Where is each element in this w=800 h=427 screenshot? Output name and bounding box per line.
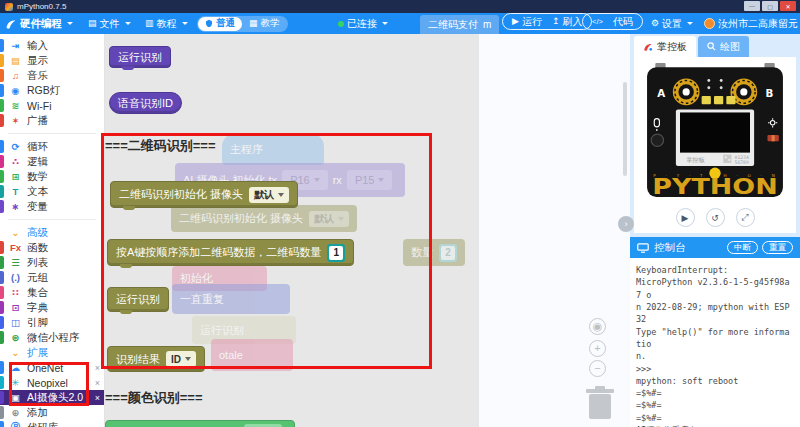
maximize-button[interactable]: ▢	[762, 1, 778, 11]
category-color-strip	[0, 185, 4, 198]
zoom-out-button[interactable]: −	[589, 360, 606, 377]
input-icon: ⇥	[9, 40, 22, 51]
toggle-normal-mode[interactable]: 普通	[198, 17, 242, 31]
ghost-block-forever: 一直重复	[172, 284, 290, 314]
sidebar-item-onenet[interactable]: ☁OneNet×	[0, 360, 104, 375]
sidebar-item-label: 函数	[27, 241, 104, 255]
sidebar-item-function[interactable]: Fx函数	[0, 240, 104, 255]
block-label: rx	[333, 174, 342, 186]
close-icon[interactable]: ×	[95, 378, 100, 388]
category-color-strip	[0, 286, 4, 299]
tab-board[interactable]: 掌控板	[634, 36, 696, 57]
board-play-button[interactable]: ▶	[676, 208, 695, 227]
run-button[interactable]: ▶ 运行	[512, 15, 542, 29]
workspace-center-button[interactable]: ◉	[589, 318, 606, 335]
flash-button[interactable]: ↥ 刷入	[552, 15, 583, 29]
trash-icon[interactable]	[585, 385, 615, 425]
menu-tutorial[interactable]: ▥ 教程	[145, 13, 188, 34]
sidebar-item-wifi[interactable]: ≋Wi-Fi	[0, 98, 104, 113]
sidebar-item-advanced[interactable]: ⌄高级	[0, 225, 104, 240]
sidebar-item-extensions[interactable]: ⌄扩展	[0, 345, 104, 360]
console-output[interactable]: KeyboardInterrupt:MicroPython v2.3.6-1-5…	[630, 258, 800, 427]
settings-button[interactable]: ⚙ 设置	[651, 13, 693, 34]
variable-icon: ∗	[9, 201, 22, 212]
sidebar-item-wechat-miniprogram[interactable]: ⊛微信小程序	[0, 330, 104, 345]
console-reset-button[interactable]: 重置	[762, 241, 793, 254]
ghost-block-qr-qty: 数量 2	[403, 239, 465, 266]
result-dropdown[interactable]: ID	[166, 351, 196, 367]
zoom-in-button[interactable]: +	[589, 340, 606, 357]
menu-tutorial-label: 教程	[157, 17, 177, 31]
sidebar-item-rgb-led[interactable]: ◉RGB灯	[0, 83, 104, 98]
qr-count-slot[interactable]: 1	[327, 244, 345, 262]
text-icon: T	[9, 186, 22, 197]
sidebar-item-tuple[interactable]: (.)元组	[0, 270, 104, 285]
sidebar-item-label: 添加	[27, 406, 104, 420]
tuple-icon: (.)	[9, 272, 22, 283]
mpython-logo-icon	[643, 42, 653, 52]
file-tab[interactable]: 二维码支付 m	[420, 15, 499, 34]
block-qr-init[interactable]: 二维码识别初始化 摄像头 默认	[110, 181, 298, 208]
sidebar-item-ai-camera[interactable]: ▣AI摄像头2.0×	[0, 390, 104, 405]
sidebar-item-input[interactable]: ⇥输入	[0, 38, 104, 53]
block-recognition-result[interactable]: 识别结果 ID	[107, 346, 205, 372]
sidebar-item-dict[interactable]: ⊡字典	[0, 300, 104, 315]
pins-icon: ◫	[9, 317, 22, 328]
block-voice-id[interactable]: 语音识别ID	[109, 92, 182, 114]
sidebar-item-broadcast[interactable]: ✶广播	[0, 113, 104, 128]
svg-text:56789: 56789	[735, 160, 749, 165]
toggle-teaching-mode[interactable]: ▦ 教学	[242, 17, 287, 31]
sidebar-item-text[interactable]: T文本	[0, 184, 104, 199]
sidebar-item-loop[interactable]: ⟳循环	[0, 139, 104, 154]
window-title: mPython0.7.5	[17, 2, 66, 11]
sidebar-item-code-library[interactable]: Ⓟ代码库	[0, 420, 104, 427]
camera-dropdown[interactable]: 默认	[249, 187, 289, 203]
user-menu[interactable]: 汝州市二高康留元	[704, 13, 800, 34]
sidebar-item-label: 集合	[27, 286, 104, 300]
sidebar-item-label: 显示	[27, 54, 104, 68]
block-color-partial[interactable]	[105, 420, 295, 427]
sidebar-item-variable[interactable]: ∗变量	[0, 199, 104, 214]
close-icon[interactable]: ×	[95, 393, 100, 403]
code-panel-scrollbar[interactable]	[623, 82, 627, 176]
board-fullscreen-button[interactable]: ⤢	[736, 208, 755, 227]
block-run-recognition-top[interactable]: 运行识别	[109, 46, 171, 68]
onenet-icon: ☁	[9, 362, 22, 373]
code-library-icon: Ⓟ	[9, 421, 22, 427]
category-color-strip	[0, 406, 4, 419]
menu-file[interactable]: ▤ 文件	[88, 13, 131, 34]
block-add-qr-data[interactable]: 按A键按顺序添加二维码数据，二维码数量 1	[107, 239, 354, 266]
minimize-button[interactable]: —	[744, 1, 760, 11]
shield-icon	[205, 19, 213, 28]
sidebar-item-label: 列表	[27, 256, 104, 270]
block-workspace[interactable]: 运行识别 语音识别ID 主程序 ===二维码识别=== AI 摄像头 初始化 t…	[105, 34, 478, 427]
sidebar-item-music[interactable]: ♫音乐	[0, 68, 104, 83]
sidebar-item-label: 代码库	[27, 421, 104, 427]
sidebar-item-pins[interactable]: ◫引脚	[0, 315, 104, 330]
block-label: 运行识别	[116, 292, 160, 307]
sidebar-item-set[interactable]: ∷集合	[0, 285, 104, 300]
dict-icon: ⊡	[9, 302, 22, 313]
sidebar-item-add[interactable]: ⊕添加	[0, 405, 104, 420]
category-color-strip	[0, 391, 4, 404]
close-icon[interactable]: ×	[95, 363, 100, 373]
panel-collapse-button[interactable]: ›	[618, 216, 634, 232]
close-button[interactable]: ✕	[780, 1, 796, 11]
code-button[interactable]: </> 代码	[582, 13, 643, 30]
connection-status[interactable]: 已连接	[338, 13, 388, 34]
sidebar-item-display[interactable]: ▤显示	[0, 53, 104, 68]
menu-hardware-mode[interactable]: 硬件编程	[5, 13, 73, 34]
ghost-dropdown-rx: P15	[347, 170, 393, 190]
console-interrupt-button[interactable]: 中断	[727, 241, 758, 254]
console-line: n.	[636, 350, 794, 362]
sidebar-item-list[interactable]: ☰列表	[0, 255, 104, 270]
sidebar-item-math[interactable]: ⊞数学	[0, 169, 104, 184]
tab-drawing-label: 绘图	[720, 40, 740, 54]
block-run-recognition[interactable]: 运行识别	[107, 287, 169, 312]
sidebar-item-neopixel[interactable]: ✳Neopixel×	[0, 375, 104, 390]
tab-drawing[interactable]: 绘图	[698, 36, 749, 57]
sidebar-item-logic[interactable]: ∴逻辑	[0, 154, 104, 169]
board-reset-button[interactable]: ↺	[706, 208, 725, 227]
chevron-down-icon	[67, 22, 73, 25]
file-modified-badge: m	[483, 19, 491, 30]
